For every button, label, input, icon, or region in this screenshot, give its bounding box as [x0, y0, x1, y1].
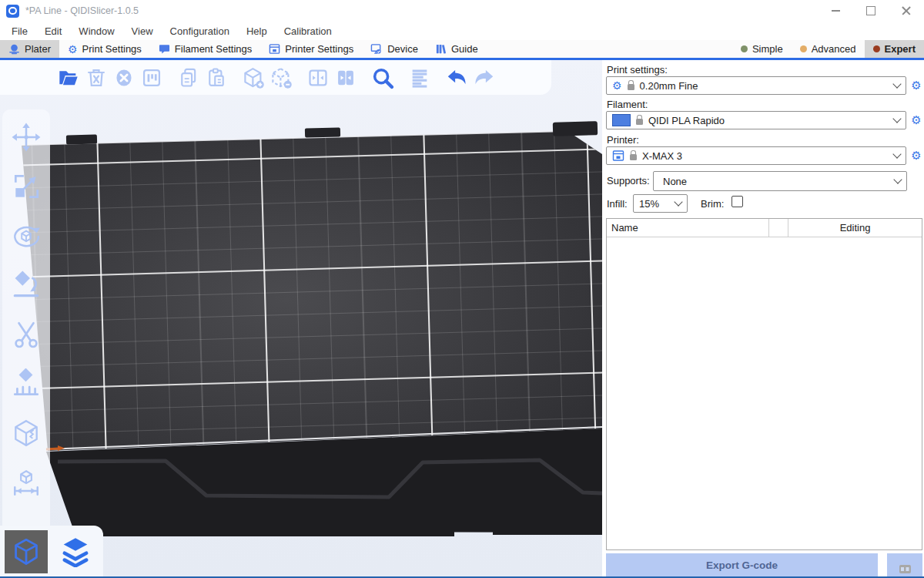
- maximize-icon: [866, 6, 875, 15]
- supports-value: None: [663, 176, 687, 187]
- move-tool[interactable]: [9, 120, 43, 154]
- menu-help[interactable]: Help: [238, 25, 276, 37]
- paste-icon[interactable]: [205, 66, 228, 89]
- place-on-face-tool[interactable]: [9, 268, 43, 302]
- chevron-down-icon: [892, 114, 901, 123]
- 3d-editor-view-button[interactable]: [5, 530, 48, 573]
- gizmo-toolbar: [2, 109, 50, 535]
- tabbar: Plater ⚙ Print Settings Filament Setting…: [0, 40, 924, 60]
- filament-combo[interactable]: QIDI PLA Rapido: [606, 111, 906, 129]
- filament-value: QIDI PLA Rapido: [648, 115, 725, 126]
- add-instance-icon[interactable]: [242, 66, 265, 89]
- object-list[interactable]: Name Editing: [606, 218, 922, 550]
- app-logo-icon: [6, 5, 19, 18]
- print-settings-combo[interactable]: ⚙ 0.20mm Fine: [606, 76, 906, 95]
- menu-calibration[interactable]: Calibration: [276, 25, 340, 37]
- cut-tool[interactable]: [9, 318, 43, 351]
- tab-label: Filament Settings: [175, 43, 252, 55]
- undo-icon[interactable]: [445, 66, 468, 89]
- tab-label: Plater: [25, 43, 51, 55]
- tab-label: Guide: [451, 43, 478, 55]
- variable-layer-height-icon[interactable]: [408, 66, 431, 89]
- main-toolbar: [0, 60, 551, 95]
- tab-filament-settings[interactable]: Filament Settings: [150, 40, 260, 58]
- tab-guide[interactable]: Guide: [427, 40, 487, 58]
- minimize-button[interactable]: [818, 0, 853, 22]
- mode-simple[interactable]: Simple: [732, 40, 792, 58]
- redo-icon[interactable]: [473, 66, 496, 89]
- lock-icon: [628, 84, 634, 90]
- app-window: *PA Line - QIDISlicer-1.0.5 File Edit Wi…: [0, 0, 924, 578]
- tab-printer-settings[interactable]: Printer Settings: [260, 40, 362, 58]
- menu-window[interactable]: Window: [70, 25, 122, 37]
- filament-gear-button[interactable]: ⚙: [909, 113, 924, 128]
- paint-supports-tool[interactable]: [9, 367, 43, 401]
- menu-view[interactable]: View: [123, 25, 162, 37]
- object-list-header: Name Editing: [607, 219, 922, 237]
- menubar: File Edit Window View Configuration Help…: [0, 22, 924, 40]
- brim-label: Brim:: [701, 198, 724, 210]
- search-icon[interactable]: [371, 66, 394, 89]
- remove-instance-icon[interactable]: [270, 66, 293, 89]
- column-name: Name: [607, 219, 769, 237]
- filament-color-swatch: [612, 114, 631, 126]
- column-editing: Editing: [788, 222, 922, 234]
- close-button[interactable]: [889, 0, 924, 22]
- supports-combo[interactable]: None: [653, 171, 907, 191]
- menu-edit[interactable]: Edit: [36, 25, 70, 37]
- minimize-icon: [832, 10, 840, 12]
- advanced-dot-icon: [800, 45, 807, 52]
- printer-gear-button[interactable]: ⚙: [909, 148, 924, 163]
- tab-device[interactable]: Device: [362, 40, 427, 58]
- arrange-icon[interactable]: [140, 66, 163, 89]
- tab-label: Print Settings: [82, 43, 142, 55]
- settings-panel: Print settings: ⚙ 0.20mm Fine ⚙ Filament…: [602, 60, 924, 578]
- mode-label: Simple: [752, 43, 783, 55]
- mode-label: Expert: [885, 43, 916, 55]
- chevron-down-icon: [892, 150, 901, 158]
- open-icon[interactable]: [57, 66, 80, 89]
- mode-expert[interactable]: Expert: [865, 40, 924, 58]
- export-to-sd-button[interactable]: [887, 553, 922, 576]
- tab-label: Device: [387, 43, 418, 55]
- copy-icon[interactable]: [177, 66, 200, 89]
- printer-base: [0, 60, 602, 578]
- simple-dot-icon: [741, 45, 748, 52]
- brim-checkbox[interactable]: [732, 196, 743, 207]
- mode-advanced[interactable]: Advanced: [792, 40, 865, 58]
- printer-label: Printer:: [607, 134, 639, 146]
- print-settings-gear-button[interactable]: ⚙: [909, 78, 924, 93]
- print-settings-label: Print settings:: [607, 64, 668, 76]
- gear-icon: ⚙: [612, 80, 622, 91]
- filament-icon: [159, 43, 170, 55]
- scale-tool[interactable]: [9, 170, 43, 203]
- tab-plater[interactable]: Plater: [0, 40, 59, 58]
- tab-print-settings[interactable]: ⚙ Print Settings: [59, 40, 150, 58]
- infill-combo[interactable]: 15%: [633, 194, 688, 213]
- printer-combo[interactable]: X-MAX 3: [606, 146, 906, 165]
- rotate-tool[interactable]: [9, 219, 43, 253]
- print-settings-value: 0.20mm Fine: [640, 80, 698, 92]
- 3d-viewport[interactable]: [0, 60, 602, 578]
- lock-icon: [630, 154, 637, 160]
- delete-all-icon[interactable]: [112, 66, 136, 89]
- chevron-down-icon: [893, 175, 902, 183]
- mode-label: Advanced: [812, 43, 856, 55]
- export-gcode-button[interactable]: Export G-code: [606, 553, 878, 576]
- maximize-button[interactable]: [853, 0, 889, 22]
- split-to-objects-icon[interactable]: [306, 66, 330, 89]
- chevron-down-icon: [892, 79, 901, 88]
- window-title: *PA Line - QIDISlicer-1.0.5: [25, 5, 139, 16]
- measure-tool[interactable]: [9, 465, 43, 499]
- menu-configuration[interactable]: Configuration: [162, 25, 238, 37]
- menu-file[interactable]: File: [3, 25, 36, 37]
- printer-icon: [612, 150, 624, 162]
- preview-layers-view-button[interactable]: [54, 530, 97, 573]
- plater-icon: [8, 43, 20, 55]
- seam-painting-tool[interactable]: [9, 416, 43, 450]
- expert-dot-icon: [873, 45, 880, 52]
- delete-icon[interactable]: [85, 66, 108, 89]
- split-to-parts-icon[interactable]: [334, 66, 357, 89]
- gear-icon: ⚙: [68, 44, 78, 55]
- titlebar: *PA Line - QIDISlicer-1.0.5: [0, 0, 924, 22]
